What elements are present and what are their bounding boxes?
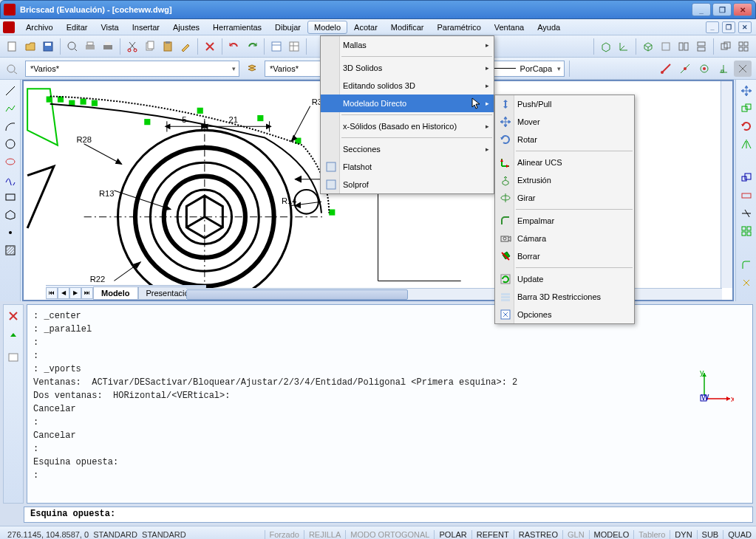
submenu-item-update[interactable]: Update bbox=[495, 270, 634, 288]
trim-tool[interactable] bbox=[738, 205, 755, 222]
spline-tool[interactable] bbox=[2, 171, 18, 188]
scale-tool[interactable] bbox=[738, 170, 755, 186]
submenu-item-rotar[interactable]: Rotar bbox=[495, 131, 634, 148]
snap-center-button[interactable] bbox=[695, 61, 713, 77]
save-button[interactable] bbox=[40, 38, 56, 55]
fillet-tool[interactable] bbox=[738, 257, 755, 273]
copy-tool[interactable] bbox=[738, 100, 755, 117]
submenu-item-alinear-ucs[interactable]: Alinear UCS bbox=[495, 154, 634, 171]
arc-tool[interactable] bbox=[2, 118, 18, 134]
mdi-close-button[interactable]: ✕ bbox=[738, 21, 752, 33]
canvas-scrollbar-v[interactable] bbox=[721, 81, 732, 288]
layer-states-button[interactable] bbox=[244, 61, 260, 77]
menu-dibujar[interactable]: Dibujar bbox=[268, 21, 307, 34]
hatch-tool[interactable] bbox=[2, 242, 18, 258]
explorer-button[interactable] bbox=[268, 38, 285, 55]
status-gln[interactable]: GLN bbox=[562, 530, 589, 539]
status-refent[interactable]: REFENT bbox=[471, 530, 514, 539]
cmd-history-button[interactable] bbox=[5, 349, 21, 365]
view-copy-button[interactable] bbox=[718, 38, 734, 55]
status-sub[interactable]: SUB bbox=[697, 530, 723, 539]
new-button[interactable] bbox=[4, 38, 21, 55]
close-button[interactable]: ✕ bbox=[733, 3, 752, 16]
snap-endpoint-button[interactable] bbox=[657, 61, 675, 77]
maximize-button[interactable]: ❐ bbox=[712, 3, 732, 16]
submenu-item-borrar[interactable]: Borrar bbox=[495, 247, 634, 265]
snap-perp-button[interactable] bbox=[715, 61, 732, 77]
submenu-item-opciones[interactable]: Opciones bbox=[495, 306, 634, 323]
print-preview-button[interactable] bbox=[64, 38, 81, 55]
status-rejilla[interactable]: REJILLA bbox=[304, 530, 345, 539]
stretch-tool[interactable] bbox=[738, 188, 755, 204]
command-history[interactable]: : _center : _parallel : : : _vports Vent… bbox=[27, 304, 753, 504]
status-quad[interactable]: QUAD bbox=[723, 530, 756, 539]
view-multi-button[interactable] bbox=[735, 38, 752, 55]
polygon-tool[interactable] bbox=[2, 207, 18, 223]
status-tablero[interactable]: Tablero bbox=[633, 530, 670, 539]
cmd-clear-button[interactable] bbox=[5, 308, 21, 324]
cmd-up-button[interactable] bbox=[5, 329, 21, 345]
menu-item-modelado-directo[interactable]: Modelado Directo bbox=[321, 95, 494, 112]
menu-modelo[interactable]: Modelo bbox=[307, 21, 347, 34]
status-forzado[interactable]: Forzado bbox=[265, 530, 304, 539]
redo-button[interactable] bbox=[244, 38, 260, 55]
layer-manager-button[interactable] bbox=[4, 61, 21, 77]
menu-ayuda[interactable]: Ayuda bbox=[531, 21, 567, 34]
properties-button[interactable] bbox=[286, 38, 302, 55]
matchprop-button[interactable] bbox=[177, 38, 194, 55]
menu-herramientas[interactable]: Herramientas bbox=[206, 21, 268, 34]
undo-button[interactable] bbox=[226, 38, 242, 55]
submenu-item-barra-3d-restricciones[interactable]: Barra 3D Restricciones bbox=[495, 288, 634, 306]
menu-acotar[interactable]: Acotar bbox=[347, 21, 384, 34]
menu-editar[interactable]: Editar bbox=[60, 21, 95, 34]
menu-insertar[interactable]: Insertar bbox=[126, 21, 166, 34]
explode-tool[interactable] bbox=[738, 275, 755, 291]
view-split-h-button[interactable] bbox=[693, 38, 709, 55]
polyline-tool[interactable] bbox=[2, 100, 18, 117]
menu-item-secciones[interactable]: Secciones bbox=[321, 140, 494, 158]
paste-button[interactable] bbox=[160, 38, 176, 55]
status-polar[interactable]: POLAR bbox=[434, 530, 471, 539]
submenu-item-push-pull[interactable]: Push/Pull bbox=[495, 95, 634, 113]
extend-tool[interactable] bbox=[738, 223, 755, 239]
menu-item-x-s-lidos-basado-en-historico-[interactable]: x-Sólidos (Basado en Historico) bbox=[321, 117, 494, 135]
point-tool[interactable] bbox=[2, 224, 18, 241]
publish-button[interactable] bbox=[100, 38, 116, 55]
view-iso-button[interactable] bbox=[640, 38, 656, 55]
menu-item-3d-solidos[interactable]: 3D Solidos bbox=[321, 59, 494, 77]
tab-last-button[interactable]: ⏭ bbox=[81, 287, 93, 299]
status-modo-ortogonal[interactable]: MODO ORTOGONAL bbox=[345, 530, 434, 539]
menu-ajustes[interactable]: Ajustes bbox=[166, 21, 206, 34]
submenu-item-extrusi-n[interactable]: Extrusión bbox=[495, 171, 634, 189]
status-modelo[interactable]: MODELO bbox=[589, 530, 634, 539]
menu-parametrico[interactable]: Paramétrico bbox=[430, 21, 487, 34]
menu-item-mallas[interactable]: Mallas bbox=[321, 36, 494, 54]
rect-tool[interactable] bbox=[2, 189, 18, 205]
menu-item-solprof[interactable]: Solprof bbox=[321, 176, 494, 193]
view-hidden-button[interactable] bbox=[658, 38, 674, 55]
menu-item-editando-solidos-3d[interactable]: Editando solidos 3D bbox=[321, 77, 494, 95]
view-ucs-button[interactable] bbox=[616, 38, 632, 55]
minimize-button[interactable]: _ bbox=[692, 3, 711, 16]
menu-ventana[interactable]: Ventana bbox=[488, 21, 531, 34]
mirror-tool[interactable] bbox=[738, 136, 755, 152]
view-box-button[interactable] bbox=[598, 38, 614, 55]
open-button[interactable] bbox=[22, 38, 38, 55]
rotate-tool[interactable] bbox=[738, 118, 755, 134]
line-tool[interactable] bbox=[2, 83, 18, 99]
tab-modelo[interactable]: Modelo bbox=[93, 286, 138, 300]
status-rastreo[interactable]: RASTREO bbox=[514, 530, 562, 539]
submenu-item-empalmar[interactable]: Empalmar bbox=[495, 212, 634, 230]
tab-prev-button[interactable]: ◀ bbox=[58, 287, 69, 299]
ellipse-tool[interactable] bbox=[2, 154, 18, 170]
mdi-restore-button[interactable]: ❐ bbox=[722, 21, 735, 33]
submenu-item-mover[interactable]: Mover bbox=[495, 113, 634, 131]
canvas-scrollbar-h[interactable] bbox=[186, 288, 722, 300]
submenu-item-c-mara[interactable]: Cámara bbox=[495, 230, 634, 247]
mdi-minimize-button[interactable]: _ bbox=[706, 21, 719, 33]
circle-tool[interactable] bbox=[2, 136, 18, 152]
copy-button[interactable] bbox=[142, 38, 158, 55]
view-split-v-button[interactable] bbox=[675, 38, 692, 55]
menu-modificar[interactable]: Modificar bbox=[384, 21, 431, 34]
move-tool[interactable] bbox=[738, 83, 755, 99]
